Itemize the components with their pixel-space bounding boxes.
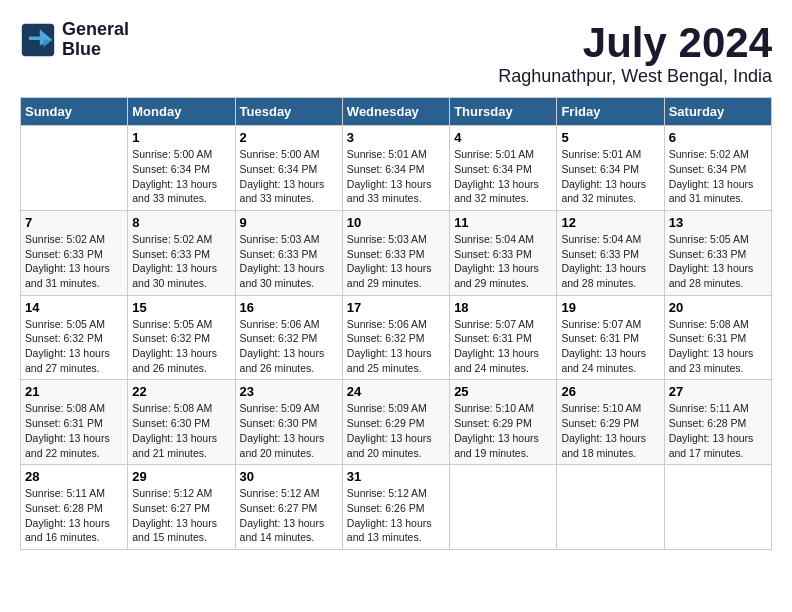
day-cell [21,126,128,211]
day-cell: 9Sunrise: 5:03 AM Sunset: 6:33 PM Daylig… [235,210,342,295]
day-cell: 23Sunrise: 5:09 AM Sunset: 6:30 PM Dayli… [235,380,342,465]
day-info: Sunrise: 5:05 AM Sunset: 6:33 PM Dayligh… [669,232,767,291]
day-number: 13 [669,215,767,230]
col-header-saturday: Saturday [664,98,771,126]
day-cell: 4Sunrise: 5:01 AM Sunset: 6:34 PM Daylig… [450,126,557,211]
day-cell: 3Sunrise: 5:01 AM Sunset: 6:34 PM Daylig… [342,126,449,211]
day-info: Sunrise: 5:06 AM Sunset: 6:32 PM Dayligh… [240,317,338,376]
logo-text: GeneralBlue [62,20,129,60]
day-number: 22 [132,384,230,399]
month-title: July 2024 [498,20,772,66]
logo: GeneralBlue [20,20,129,60]
day-info: Sunrise: 5:04 AM Sunset: 6:33 PM Dayligh… [454,232,552,291]
day-info: Sunrise: 5:05 AM Sunset: 6:32 PM Dayligh… [132,317,230,376]
day-number: 10 [347,215,445,230]
day-info: Sunrise: 5:10 AM Sunset: 6:29 PM Dayligh… [454,401,552,460]
day-number: 5 [561,130,659,145]
day-number: 30 [240,469,338,484]
day-number: 28 [25,469,123,484]
logo-icon [20,22,56,58]
day-info: Sunrise: 5:02 AM Sunset: 6:34 PM Dayligh… [669,147,767,206]
day-cell: 8Sunrise: 5:02 AM Sunset: 6:33 PM Daylig… [128,210,235,295]
day-info: Sunrise: 5:01 AM Sunset: 6:34 PM Dayligh… [561,147,659,206]
day-cell: 2Sunrise: 5:00 AM Sunset: 6:34 PM Daylig… [235,126,342,211]
day-number: 1 [132,130,230,145]
day-cell: 27Sunrise: 5:11 AM Sunset: 6:28 PM Dayli… [664,380,771,465]
day-cell: 19Sunrise: 5:07 AM Sunset: 6:31 PM Dayli… [557,295,664,380]
day-info: Sunrise: 5:04 AM Sunset: 6:33 PM Dayligh… [561,232,659,291]
day-number: 2 [240,130,338,145]
day-cell: 30Sunrise: 5:12 AM Sunset: 6:27 PM Dayli… [235,465,342,550]
day-cell [664,465,771,550]
calendar-table: SundayMondayTuesdayWednesdayThursdayFrid… [20,97,772,550]
day-cell: 25Sunrise: 5:10 AM Sunset: 6:29 PM Dayli… [450,380,557,465]
day-info: Sunrise: 5:01 AM Sunset: 6:34 PM Dayligh… [347,147,445,206]
week-row-2: 7Sunrise: 5:02 AM Sunset: 6:33 PM Daylig… [21,210,772,295]
day-cell: 15Sunrise: 5:05 AM Sunset: 6:32 PM Dayli… [128,295,235,380]
day-cell: 11Sunrise: 5:04 AM Sunset: 6:33 PM Dayli… [450,210,557,295]
day-cell: 18Sunrise: 5:07 AM Sunset: 6:31 PM Dayli… [450,295,557,380]
day-number: 11 [454,215,552,230]
day-number: 25 [454,384,552,399]
day-info: Sunrise: 5:12 AM Sunset: 6:27 PM Dayligh… [132,486,230,545]
day-number: 20 [669,300,767,315]
week-row-4: 21Sunrise: 5:08 AM Sunset: 6:31 PM Dayli… [21,380,772,465]
day-number: 17 [347,300,445,315]
day-number: 21 [25,384,123,399]
day-cell: 31Sunrise: 5:12 AM Sunset: 6:26 PM Dayli… [342,465,449,550]
day-info: Sunrise: 5:01 AM Sunset: 6:34 PM Dayligh… [454,147,552,206]
day-info: Sunrise: 5:08 AM Sunset: 6:31 PM Dayligh… [669,317,767,376]
day-cell: 28Sunrise: 5:11 AM Sunset: 6:28 PM Dayli… [21,465,128,550]
col-header-monday: Monday [128,98,235,126]
day-cell: 29Sunrise: 5:12 AM Sunset: 6:27 PM Dayli… [128,465,235,550]
day-cell: 26Sunrise: 5:10 AM Sunset: 6:29 PM Dayli… [557,380,664,465]
day-info: Sunrise: 5:11 AM Sunset: 6:28 PM Dayligh… [25,486,123,545]
title-block: July 2024 Raghunathpur, West Bengal, Ind… [498,20,772,87]
day-info: Sunrise: 5:09 AM Sunset: 6:30 PM Dayligh… [240,401,338,460]
day-info: Sunrise: 5:03 AM Sunset: 6:33 PM Dayligh… [347,232,445,291]
day-cell: 6Sunrise: 5:02 AM Sunset: 6:34 PM Daylig… [664,126,771,211]
day-number: 26 [561,384,659,399]
day-info: Sunrise: 5:09 AM Sunset: 6:29 PM Dayligh… [347,401,445,460]
day-number: 4 [454,130,552,145]
day-cell [450,465,557,550]
day-info: Sunrise: 5:06 AM Sunset: 6:32 PM Dayligh… [347,317,445,376]
col-header-friday: Friday [557,98,664,126]
day-number: 27 [669,384,767,399]
day-cell: 7Sunrise: 5:02 AM Sunset: 6:33 PM Daylig… [21,210,128,295]
day-number: 31 [347,469,445,484]
day-number: 9 [240,215,338,230]
day-number: 29 [132,469,230,484]
day-info: Sunrise: 5:08 AM Sunset: 6:30 PM Dayligh… [132,401,230,460]
week-row-5: 28Sunrise: 5:11 AM Sunset: 6:28 PM Dayli… [21,465,772,550]
day-info: Sunrise: 5:10 AM Sunset: 6:29 PM Dayligh… [561,401,659,460]
day-cell: 16Sunrise: 5:06 AM Sunset: 6:32 PM Dayli… [235,295,342,380]
day-info: Sunrise: 5:00 AM Sunset: 6:34 PM Dayligh… [132,147,230,206]
day-info: Sunrise: 5:12 AM Sunset: 6:26 PM Dayligh… [347,486,445,545]
calendar-header-row: SundayMondayTuesdayWednesdayThursdayFrid… [21,98,772,126]
day-info: Sunrise: 5:12 AM Sunset: 6:27 PM Dayligh… [240,486,338,545]
week-row-1: 1Sunrise: 5:00 AM Sunset: 6:34 PM Daylig… [21,126,772,211]
day-number: 18 [454,300,552,315]
day-number: 7 [25,215,123,230]
day-cell: 5Sunrise: 5:01 AM Sunset: 6:34 PM Daylig… [557,126,664,211]
day-number: 8 [132,215,230,230]
day-cell: 14Sunrise: 5:05 AM Sunset: 6:32 PM Dayli… [21,295,128,380]
location: Raghunathpur, West Bengal, India [498,66,772,87]
day-info: Sunrise: 5:11 AM Sunset: 6:28 PM Dayligh… [669,401,767,460]
day-cell: 20Sunrise: 5:08 AM Sunset: 6:31 PM Dayli… [664,295,771,380]
day-number: 23 [240,384,338,399]
day-cell [557,465,664,550]
day-cell: 24Sunrise: 5:09 AM Sunset: 6:29 PM Dayli… [342,380,449,465]
col-header-wednesday: Wednesday [342,98,449,126]
week-row-3: 14Sunrise: 5:05 AM Sunset: 6:32 PM Dayli… [21,295,772,380]
day-number: 6 [669,130,767,145]
day-number: 3 [347,130,445,145]
day-number: 12 [561,215,659,230]
day-number: 14 [25,300,123,315]
day-info: Sunrise: 5:00 AM Sunset: 6:34 PM Dayligh… [240,147,338,206]
col-header-tuesday: Tuesday [235,98,342,126]
col-header-thursday: Thursday [450,98,557,126]
day-cell: 13Sunrise: 5:05 AM Sunset: 6:33 PM Dayli… [664,210,771,295]
day-info: Sunrise: 5:05 AM Sunset: 6:32 PM Dayligh… [25,317,123,376]
